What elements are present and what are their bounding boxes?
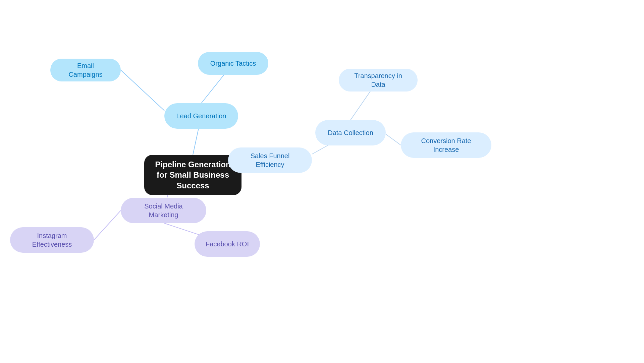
email-campaigns-node: Email Campaigns xyxy=(50,59,121,81)
data-collection-node: Data Collection xyxy=(315,120,386,145)
lead-generation-node: Lead Generation xyxy=(164,103,238,129)
sales-funnel-node: Sales Funnel Efficiency xyxy=(228,147,312,173)
transparency-in-data-node: Transparency in Data xyxy=(339,69,418,92)
social-media-node: Social Media Marketing xyxy=(121,198,206,223)
center-node: Pipeline Generation for Small Business S… xyxy=(144,155,241,195)
svg-line-8 xyxy=(94,210,121,240)
svg-line-2 xyxy=(121,70,164,111)
svg-line-6 xyxy=(386,134,401,145)
conversion-rate-node: Conversion Rate Increase xyxy=(401,132,491,158)
organic-tactics-node: Organic Tactics xyxy=(198,52,268,75)
instagram-node: Instagram Effectiveness xyxy=(10,227,94,253)
facebook-roi-node: Facebook ROI xyxy=(195,231,260,257)
